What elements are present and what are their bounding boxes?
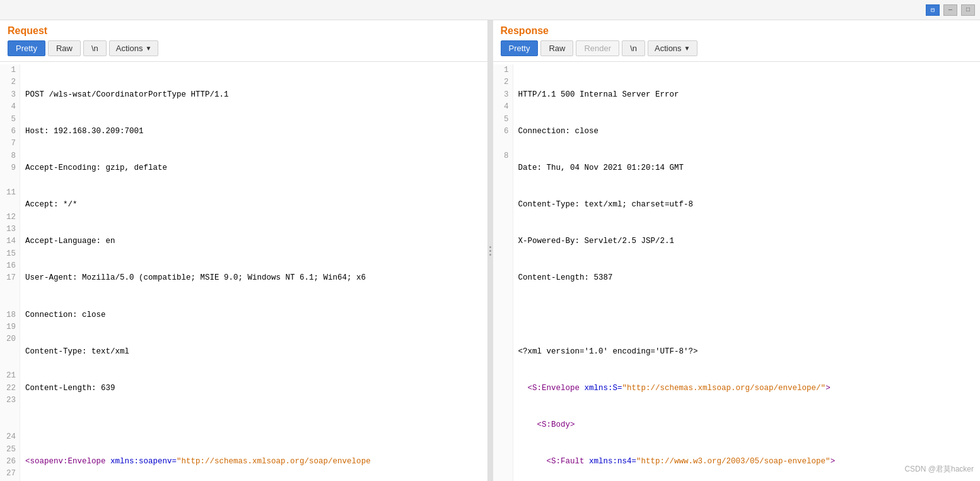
response-panel: Response Pretty Raw Render \n Actions ▼ … — [493, 20, 981, 481]
request-line-8: Content-Type: text/xml — [25, 346, 482, 358]
response-code-area: 1 2 3 4 5 6 8 — [493, 64, 981, 481]
maximize-btn[interactable]: □ — [961, 4, 975, 16]
panel-divider[interactable] — [488, 20, 493, 481]
request-line-2: Host: 192.168.30.209:7001 — [25, 126, 482, 138]
response-line-5: X-Powered-By: Servlet/2.5 JSP/2.1 — [518, 235, 976, 247]
response-line-4: Content-Type: text/xml; charset=utf-8 — [518, 199, 976, 211]
request-content[interactable]: 1 2 3 4 5 6 7 8 9 11 12 13 14 15 16 — [0, 61, 487, 481]
response-pretty-tab[interactable]: Pretty — [501, 40, 539, 56]
response-line-1: HTTP/1.1 500 Internal Server Error — [518, 89, 976, 101]
response-raw-tab[interactable]: Raw — [540, 40, 573, 56]
response-line-3: Date: Thu, 04 Nov 2021 01:20:14 GMT — [518, 162, 976, 174]
request-line-6: User-Agent: Mozilla/5.0 (compatible; MSI… — [25, 272, 482, 284]
top-bar: ⊟ — □ — [0, 0, 980, 20]
request-toolbar: Pretty Raw \n Actions ▼ — [8, 40, 480, 59]
response-line-2: Connection: close — [518, 126, 976, 138]
request-line-4: Accept: */* — [25, 199, 482, 211]
response-render-tab[interactable]: Render — [576, 40, 619, 56]
request-line-9: Content-Length: 639 — [25, 383, 482, 395]
divider-dots — [489, 246, 491, 256]
response-line-numbers: 1 2 3 4 5 6 8 — [493, 64, 513, 481]
request-line-11: <soapenv:Envelope xmlns:soapenv="http://… — [25, 456, 482, 468]
response-line-7 — [518, 309, 976, 321]
response-line-6: Content-Length: 5387 — [518, 272, 976, 284]
response-code-lines: HTTP/1.1 500 Internal Server Error Conne… — [513, 64, 981, 481]
request-line-3: Accept-Encoding: gzip, deflate — [25, 162, 482, 174]
request-actions-btn[interactable]: Actions ▼ — [109, 40, 159, 56]
request-title: Request — [8, 25, 480, 37]
panels-container: Request Pretty Raw \n Actions ▼ 1 2 3 4 … — [0, 20, 980, 481]
request-line-1: POST /wls-wsat/CoordinatorPortType HTTP/… — [25, 89, 482, 101]
request-line-7: Connection: close — [25, 309, 482, 321]
minimize-btn[interactable]: — — [943, 4, 957, 16]
request-newline-tab[interactable]: \n — [83, 40, 107, 56]
request-panel-header: Request Pretty Raw \n Actions ▼ — [0, 20, 487, 61]
response-panel-header: Response Pretty Raw Render \n Actions ▼ — [493, 20, 981, 61]
watermark: CSDN @君莫hacker — [904, 464, 974, 475]
request-line-10 — [25, 419, 482, 431]
response-line-9: <S:Envelope xmlns:S="http://schemas.xmls… — [518, 383, 976, 395]
request-raw-tab[interactable]: Raw — [48, 40, 81, 56]
response-actions-label: Actions — [655, 44, 682, 53]
response-line-10: <S:Body> — [518, 419, 976, 431]
request-panel: Request Pretty Raw \n Actions ▼ 1 2 3 4 … — [0, 20, 488, 481]
response-actions-chevron-icon: ▼ — [684, 45, 691, 52]
request-actions-label: Actions — [116, 44, 143, 53]
response-actions-btn[interactable]: Actions ▼ — [648, 40, 697, 56]
request-actions-chevron-icon: ▼ — [145, 45, 151, 52]
response-line-8: <?xml version='1.0' encoding='UTF-8'?> — [518, 346, 976, 358]
request-code-area: 1 2 3 4 5 6 7 8 9 11 12 13 14 15 16 — [0, 64, 487, 481]
request-line-5: Accept-Language: en — [25, 235, 482, 247]
response-newline-tab[interactable]: \n — [622, 40, 645, 56]
split-view-btn[interactable]: ⊟ — [926, 4, 940, 16]
request-line-numbers: 1 2 3 4 5 6 7 8 9 11 12 13 14 15 16 — [0, 64, 20, 481]
response-title: Response — [501, 25, 973, 37]
request-code-lines: POST /wls-wsat/CoordinatorPortType HTTP/… — [20, 64, 487, 481]
response-content[interactable]: 1 2 3 4 5 6 8 — [493, 61, 981, 481]
request-pretty-tab[interactable]: Pretty — [8, 40, 45, 56]
response-toolbar: Pretty Raw Render \n Actions ▼ — [501, 40, 973, 59]
